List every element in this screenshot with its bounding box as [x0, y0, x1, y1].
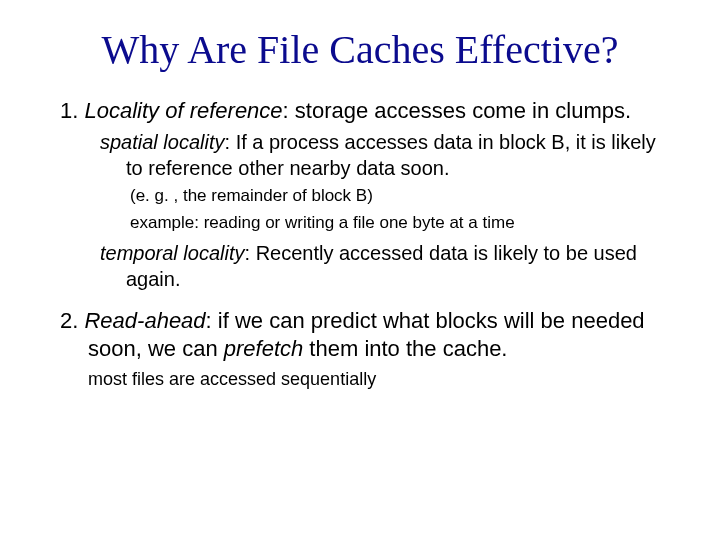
- point-2-term: Read-ahead: [84, 308, 205, 333]
- point-2-prefetch: prefetch: [224, 336, 304, 361]
- point-2-rest: them into the cache.: [303, 336, 507, 361]
- spatial-example-1: (e. g. , the remainder of block B): [130, 185, 660, 208]
- point-1: 1. Locality of reference: storage access…: [60, 97, 660, 125]
- spatial-example-2: example: reading or writing a file one b…: [130, 212, 660, 235]
- point-1-rest: : storage accesses come in clumps.: [283, 98, 631, 123]
- point-2: 2. Read-ahead: if we can predict what bl…: [60, 307, 660, 363]
- spatial-term: spatial locality: [100, 131, 225, 153]
- slide-title: Why Are File Caches Effective?: [60, 28, 660, 73]
- temporal-locality: temporal locality: Recently accessed dat…: [100, 241, 660, 292]
- point-2-number: 2.: [60, 308, 78, 333]
- point-1-term: Locality of reference: [84, 98, 282, 123]
- point-2-note: most files are accessed sequentially: [88, 369, 660, 390]
- slide: Why Are File Caches Effective? 1. Locali…: [0, 0, 720, 540]
- temporal-term: temporal locality: [100, 242, 245, 264]
- spatial-locality: spatial locality: If a process accesses …: [100, 130, 660, 181]
- point-1-number: 1.: [60, 98, 78, 123]
